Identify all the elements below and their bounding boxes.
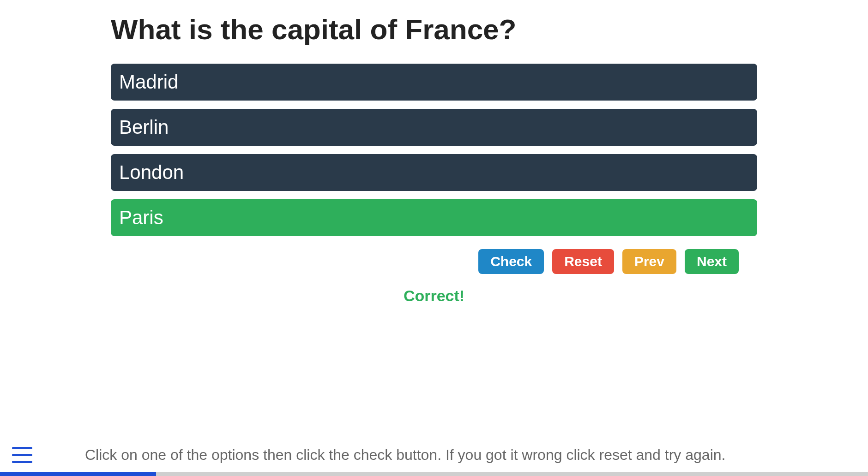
answer-option-0[interactable]: Madrid <box>111 64 757 101</box>
answer-option-2[interactable]: London <box>111 154 757 191</box>
answer-option-label: Berlin <box>119 116 169 138</box>
feedback-text: Correct! <box>111 287 757 305</box>
controls-row: Check Reset Prev Next <box>111 249 757 274</box>
answer-option-label: Paris <box>119 207 163 228</box>
prev-button[interactable]: Prev <box>622 249 676 274</box>
quiz-container: What is the capital of France? Madrid Be… <box>0 0 868 305</box>
answer-option-3[interactable]: Paris <box>111 199 757 236</box>
next-button[interactable]: Next <box>685 249 739 274</box>
answer-option-label: Madrid <box>119 71 178 93</box>
footer: Click on one of the options then click t… <box>0 445 868 476</box>
check-button[interactable]: Check <box>478 249 544 274</box>
answer-option-label: London <box>119 161 184 183</box>
progress-fill <box>0 472 156 476</box>
menu-icon[interactable] <box>10 445 34 465</box>
question-title: What is the capital of France? <box>111 14 757 45</box>
answer-option-1[interactable]: Berlin <box>111 109 757 146</box>
reset-button[interactable]: Reset <box>552 249 614 274</box>
progress-bar <box>0 472 868 476</box>
instructions-text: Click on one of the options then click t… <box>85 446 725 464</box>
